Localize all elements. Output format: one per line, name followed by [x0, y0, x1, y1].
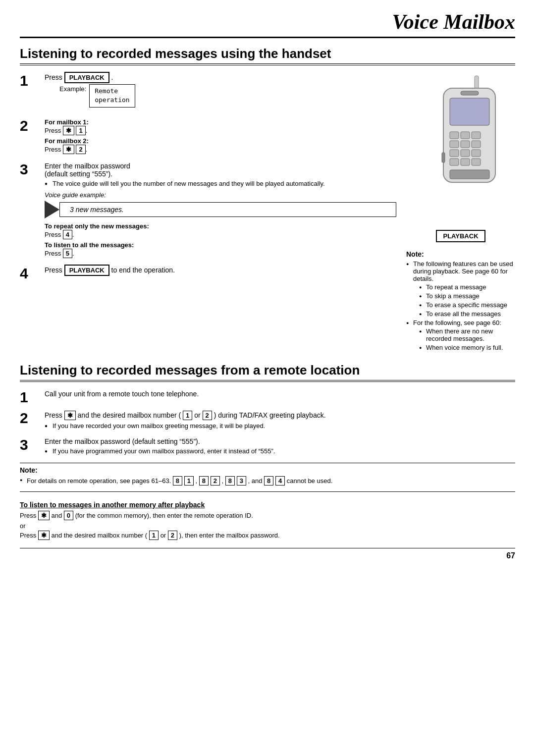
s2-step2-key1: ✱ [64, 411, 76, 420]
note-title: Note: [406, 250, 515, 258]
s2-step3-text1: Enter the mailbox password (default sett… [45, 437, 515, 445]
s2-step3-number: 3 [20, 437, 40, 452]
sub1-press: Press [45, 231, 63, 238]
section2-note-bullet1: ● For details on remote operation, see p… [20, 476, 515, 486]
s2-step1-text: Call your unit from a remote touch tone … [45, 390, 199, 398]
note-key2: 1 [184, 476, 194, 486]
note-dash6: When voice memory is full. [419, 344, 515, 351]
s2-step3: 3 Enter the mailbox password (default se… [20, 437, 515, 457]
sub-key4: 1 [149, 531, 159, 540]
s2-step2-text-mid: and the desired mailbox number ( [78, 411, 181, 419]
svg-rect-8 [472, 141, 481, 148]
s2-step2-key2: 1 [183, 411, 192, 420]
svg-rect-15 [450, 170, 489, 179]
sub-key3: ✱ [38, 531, 50, 540]
note-key5: 8 [225, 476, 235, 486]
note-dash1: To repeat a message [419, 283, 515, 291]
svg-rect-5 [472, 132, 481, 139]
svg-rect-17 [442, 153, 445, 162]
svg-rect-10 [461, 150, 470, 157]
sub2-bold: To listen to all the messages: [45, 241, 134, 249]
mailbox2-press: Press [45, 146, 63, 153]
svg-rect-16 [461, 91, 479, 95]
svg-rect-2 [450, 98, 489, 125]
svg-rect-6 [450, 141, 459, 148]
s2-step1-number: 1 [20, 390, 40, 405]
sub-section-heading: To listen to messages in another memory … [20, 501, 515, 509]
section2-note: Note: ● For details on remote operation,… [20, 463, 515, 486]
step2-number: 2 [20, 118, 40, 133]
s2-step2-text-before: Press [45, 411, 64, 419]
page-number: 67 [20, 548, 515, 560]
example-content: Remoteoperation [89, 84, 135, 107]
sub-or: or [20, 522, 515, 530]
note-bullet1: The following features can be used durin… [406, 260, 515, 318]
note-dash4: To erase all the messages [419, 310, 515, 318]
note-bullet2: For the following, see page 60: When the… [406, 319, 515, 351]
playback-button-label: PLAYBACK [436, 230, 485, 242]
sub-key5: 2 [168, 531, 177, 540]
section2-steps: 1 Call your unit from a remote touch ton… [20, 390, 515, 457]
note-dash2: To skip a message [419, 292, 515, 300]
sub2-key: 5 [63, 249, 72, 258]
note-key1: 8 [173, 476, 182, 486]
step1-number: 1 [20, 73, 40, 88]
note-dash5: When there are no new recorded messages. [419, 327, 515, 342]
sub1-bold: To repeat only the new messages: [45, 222, 149, 230]
s2-step2-text-end: ) during TAD/FAX greeting playback. [214, 411, 326, 419]
s2-step2-number: 2 [20, 411, 40, 426]
section1-heading: Listening to recorded messages using the… [20, 46, 515, 65]
step3-bullet1: The voice guide will tell you the number… [45, 180, 396, 187]
sub-section: To listen to messages in another memory … [20, 491, 515, 540]
sub-text1: Press ✱ and 0 (for the common memory), t… [20, 511, 515, 520]
step4-text-before: Press [45, 266, 64, 274]
sub-text2: Press ✱ and the desired mailbox number (… [20, 531, 515, 540]
note-key3: 8 [199, 476, 209, 486]
step2: 2 For mailbox 1: Press ✱ 1. For mailbox … [20, 118, 396, 156]
s2-step3-bullet1: If you have programmed your own mailbox … [45, 447, 515, 455]
step3: 3 Enter the mailbox password (default se… [20, 162, 396, 260]
s2-step2-key3: 2 [203, 411, 212, 420]
s2-step2-text-mid2: or [194, 411, 202, 419]
note-dash3: To erase a specific message [419, 301, 515, 309]
mailbox2-key1: ✱ [63, 145, 74, 154]
s2-step2: 2 Press ✱ and the desired mailbox number… [20, 411, 515, 432]
svg-rect-3 [450, 132, 459, 139]
step4-playback-key: PLAYBACK [64, 265, 109, 276]
mailbox1-press: Press [45, 127, 63, 134]
step4: 4 Press PLAYBACK to end the operation. [20, 266, 396, 281]
note-key4: 2 [211, 476, 220, 486]
step3-text2: (default setting “555”). [45, 170, 396, 178]
note-key7: 8 [264, 476, 273, 486]
mailbox2-label: For mailbox 2: [45, 137, 89, 145]
svg-rect-7 [461, 141, 470, 148]
svg-rect-12 [450, 159, 459, 165]
svg-rect-4 [461, 132, 470, 139]
voice-guide-label: Voice guide example: [45, 191, 396, 199]
voice-guide-text: 3 new messages. [59, 202, 396, 217]
svg-rect-11 [472, 150, 481, 157]
step3-number: 3 [20, 162, 40, 177]
sub2-press: Press [45, 250, 63, 257]
mailbox1-key2: 1 [76, 126, 85, 135]
sub1-key: 4 [63, 230, 72, 239]
sub-key2: 0 [64, 511, 73, 520]
step4-number: 4 [20, 266, 40, 281]
sub-key1: ✱ [38, 511, 50, 520]
svg-rect-13 [461, 159, 470, 165]
phone-illustration: PLAYBACK [416, 73, 505, 242]
step1: 1 Press PLAYBACK . Example: Remoteoperat… [20, 73, 396, 112]
section2-heading: Listening to recorded messages from a re… [20, 363, 515, 382]
note-key6: 3 [237, 476, 246, 486]
svg-rect-9 [450, 150, 459, 157]
step1-playback-key: PLAYBACK [64, 72, 109, 83]
note-key8: 4 [275, 476, 285, 486]
mailbox2-key2: 2 [76, 145, 85, 154]
step1-text: Press [45, 73, 64, 81]
step1-period: . [111, 73, 113, 81]
page-title: Voice Mailbox [20, 10, 515, 38]
svg-rect-14 [472, 159, 481, 165]
step3-text1: Enter the mailbox password [45, 162, 396, 170]
mailbox1-label: For mailbox 1: [45, 118, 89, 126]
step4-text-after: to end the operation. [111, 266, 175, 274]
